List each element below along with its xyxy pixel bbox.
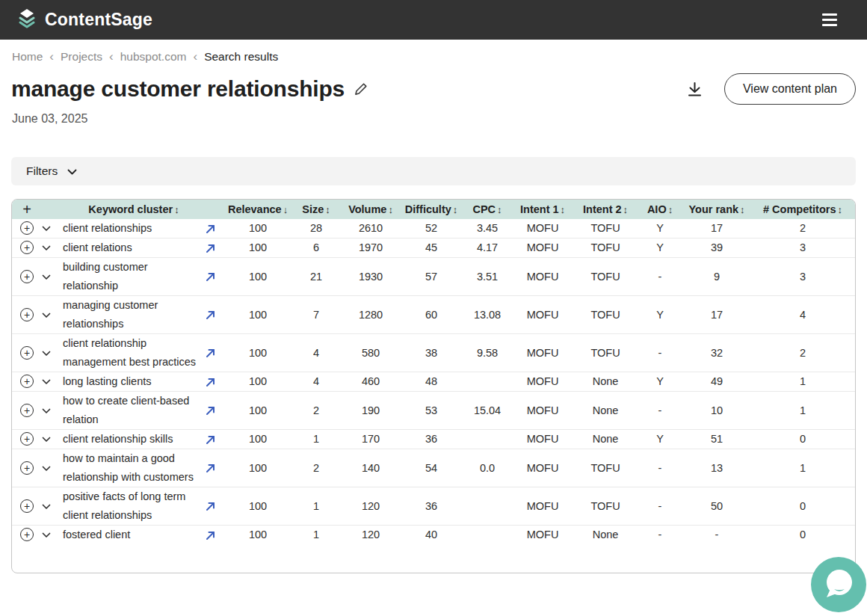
sort-icon[interactable]: ↕	[740, 204, 745, 215]
cell-competitors: 1	[750, 392, 855, 430]
column-header-difficulty[interactable]: Difficulty↕	[399, 200, 463, 219]
breadcrumb-site[interactable]: hubspot.com	[120, 50, 187, 64]
open-keyword-icon[interactable]	[205, 434, 216, 446]
chevron-down-icon[interactable]	[42, 437, 51, 443]
cell-relevance: 100	[226, 487, 290, 526]
breadcrumb-separator: ‹	[49, 49, 54, 64]
expand-row-icon[interactable]: +	[20, 375, 34, 388]
chevron-down-icon[interactable]	[42, 245, 51, 251]
expand-row-icon[interactable]: +	[20, 499, 34, 513]
expand-row-icon[interactable]: +	[20, 241, 34, 254]
open-keyword-icon[interactable]	[205, 501, 216, 512]
view-content-plan-button[interactable]: View content plan	[724, 73, 856, 105]
content-stack-icon	[16, 8, 37, 32]
cell-size: 7	[290, 296, 342, 334]
column-header-competitors[interactable]: # Competitors↕	[750, 200, 855, 219]
expand-row-icon[interactable]: +	[20, 528, 34, 541]
column-header-intent1[interactable]: Intent 1↕	[511, 200, 574, 219]
expand-row-icon[interactable]: +	[20, 221, 34, 235]
table-row: +building customer relationship100211930…	[12, 258, 855, 296]
open-keyword-icon[interactable]	[205, 224, 216, 235]
cell-relevance: 100	[226, 238, 290, 258]
chevron-down-icon[interactable]	[42, 312, 51, 318]
column-header-aio[interactable]: AIO↕	[637, 200, 683, 219]
cell-cpc: 3.51	[463, 258, 511, 296]
expand-row-icon[interactable]: +	[20, 346, 34, 360]
open-keyword-icon[interactable]	[205, 271, 216, 283]
filters-dropdown[interactable]: Filters	[11, 157, 856, 185]
cell-competitors: 2	[750, 334, 855, 372]
expand-row-icon[interactable]: +	[20, 404, 34, 417]
open-keyword-icon[interactable]	[205, 530, 216, 541]
keyword-text: building customer relationship	[63, 261, 148, 292]
menu-icon[interactable]	[822, 13, 837, 26]
keyword-text: client relations	[63, 241, 132, 253]
open-keyword-icon[interactable]	[205, 463, 216, 474]
cell-size: 1	[290, 487, 342, 526]
expand-row-icon[interactable]: +	[20, 270, 34, 283]
column-header-size[interactable]: Size↕	[290, 200, 342, 219]
chevron-down-icon[interactable]	[42, 379, 51, 385]
cell-intent1: MOFU	[511, 238, 574, 258]
column-header-keyword[interactable]: Keyword cluster↕	[42, 200, 226, 219]
chevron-down-icon[interactable]	[42, 274, 51, 280]
sort-icon[interactable]: ↕	[561, 204, 566, 215]
table-row: +how to create client-based relation1002…	[12, 392, 855, 430]
sort-icon[interactable]: ↕	[668, 204, 673, 215]
column-header-intent2[interactable]: Intent 2↕	[574, 200, 637, 219]
cell-size: 4	[290, 372, 342, 392]
cell-intent1: MOFU	[511, 487, 574, 526]
cell-your_rank: 51	[683, 430, 750, 449]
expand-row-icon[interactable]: +	[20, 308, 34, 321]
table-row: +managing customer relationships10071280…	[12, 296, 855, 334]
sort-icon[interactable]: ↕	[623, 204, 629, 215]
cell-intent1: MOFU	[511, 526, 574, 545]
brand-logo[interactable]: ContentSage	[16, 8, 152, 32]
column-header-your_rank[interactable]: Your rank↕	[683, 200, 750, 219]
chevron-down-icon[interactable]	[42, 226, 51, 232]
cell-difficulty: 57	[399, 258, 463, 296]
column-header-cpc[interactable]: CPC↕	[463, 200, 511, 219]
open-keyword-icon[interactable]	[205, 405, 216, 416]
expand-row-icon[interactable]: +	[20, 432, 34, 446]
download-icon[interactable]	[686, 81, 703, 98]
edit-title-icon[interactable]	[354, 81, 368, 96]
cell-relevance: 100	[226, 258, 290, 296]
cell-size: 28	[290, 219, 342, 238]
add-column-button[interactable]: +	[12, 200, 42, 219]
page-date: June 03, 2025	[12, 112, 867, 126]
column-header-volume[interactable]: Volume↕	[342, 200, 399, 219]
expand-row-icon[interactable]: +	[20, 461, 34, 475]
cell-intent1: MOFU	[511, 219, 574, 238]
breadcrumb-home[interactable]: Home	[12, 50, 43, 64]
cell-intent2: TOFU	[574, 487, 637, 526]
chevron-down-icon[interactable]	[42, 532, 51, 538]
chevron-down-icon[interactable]	[42, 351, 51, 357]
sort-icon[interactable]: ↕	[497, 204, 502, 215]
breadcrumb-projects[interactable]: Projects	[61, 50, 102, 64]
cell-volume: 140	[342, 449, 399, 487]
chat-launcher-button[interactable]	[811, 557, 866, 612]
sort-icon[interactable]: ↕	[325, 204, 330, 215]
sort-icon[interactable]: ↕	[174, 204, 179, 215]
cell-size: 1	[290, 430, 342, 449]
chevron-down-icon[interactable]	[42, 408, 51, 414]
open-keyword-icon[interactable]	[205, 243, 216, 254]
chevron-down-icon[interactable]	[42, 504, 51, 510]
open-keyword-icon[interactable]	[205, 377, 216, 388]
cell-competitors: 2	[750, 219, 855, 238]
sort-icon[interactable]: ↕	[453, 204, 458, 215]
sort-icon[interactable]: ↓	[283, 204, 289, 215]
column-header-relevance[interactable]: Relevance↓	[226, 200, 290, 219]
open-keyword-icon[interactable]	[205, 348, 216, 359]
cell-your_rank: -	[683, 526, 750, 545]
cell-relevance: 100	[226, 334, 290, 372]
sort-icon[interactable]: ↕	[838, 204, 843, 215]
sort-icon[interactable]: ↕	[388, 204, 393, 215]
table-header-row: +Keyword cluster↕Relevance↓Size↕Volume↕D…	[12, 200, 855, 219]
cell-volume: 1930	[342, 258, 399, 296]
cell-relevance: 100	[226, 296, 290, 334]
chevron-down-icon[interactable]	[42, 466, 51, 472]
open-keyword-icon[interactable]	[205, 309, 216, 321]
page-title: manage customer relationships	[11, 76, 345, 102]
